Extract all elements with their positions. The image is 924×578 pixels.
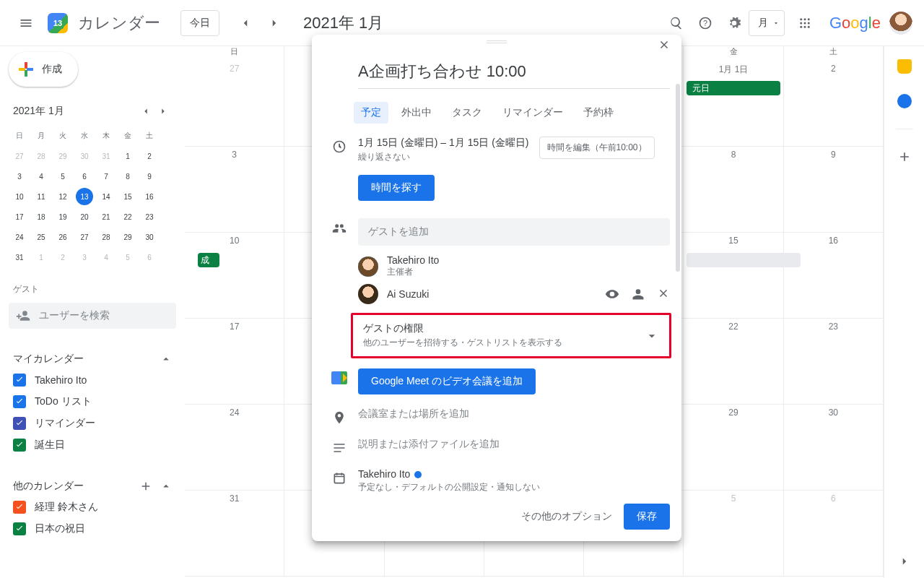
mini-day[interactable]: 31 [9, 247, 30, 267]
event-chip[interactable]: 元日 [687, 81, 780, 95]
mini-next-button[interactable] [154, 103, 172, 120]
day-cell[interactable]: 1月 1日元日 [684, 61, 783, 147]
calendar-item[interactable]: 経理 鈴木さん [9, 496, 176, 518]
event-type-tab[interactable]: リマインダー [495, 102, 570, 124]
event-type-tab[interactable]: 予定 [354, 102, 388, 124]
checkbox-icon[interactable] [13, 439, 26, 452]
event-title-input[interactable]: A企画打ち合わせ 10:00 [358, 58, 670, 89]
find-time-button[interactable]: 時間を探す [358, 175, 435, 201]
mini-day[interactable]: 29 [52, 146, 74, 166]
addons-icon[interactable] [897, 150, 912, 164]
mini-day[interactable]: 30 [139, 227, 160, 247]
calendar-item[interactable]: ToDo リスト [9, 391, 176, 413]
mini-day[interactable]: 1 [30, 247, 52, 267]
mini-day[interactable]: 11 [30, 186, 52, 207]
day-cell[interactable]: 17 [185, 319, 284, 405]
remove-guest-icon[interactable] [657, 287, 670, 301]
edit-time-button[interactable]: 時間を編集（午前10:00） [539, 137, 655, 159]
mini-day[interactable]: 18 [30, 207, 52, 227]
add-guest-input[interactable]: ゲストを追加 [358, 218, 670, 246]
day-cell[interactable]: 5 [684, 491, 783, 577]
day-cell[interactable]: 10 [185, 233, 284, 319]
add-location-input[interactable]: 会議室または場所を追加 [358, 407, 670, 420]
guest-permissions-toggle[interactable]: ゲストの権限他のユーザーを招待する・ゲストリストを表示する [351, 313, 671, 358]
mini-day[interactable]: 31 [95, 146, 117, 166]
menu-icon[interactable] [12, 9, 40, 38]
day-cell[interactable]: 30 [784, 405, 884, 491]
calendar-item[interactable]: 誕生日 [9, 434, 176, 456]
mini-day[interactable]: 3 [9, 166, 30, 186]
mini-day[interactable]: 6 [74, 166, 95, 186]
mini-day[interactable]: 4 [95, 247, 117, 267]
mini-day[interactable]: 27 [74, 227, 95, 247]
close-button[interactable] [653, 33, 676, 56]
day-cell[interactable]: 24 [185, 405, 284, 491]
mini-day[interactable]: 28 [95, 227, 117, 247]
add-icon[interactable] [136, 476, 156, 496]
help-icon[interactable]: ? [691, 9, 720, 38]
checkbox-icon[interactable] [13, 522, 26, 535]
prev-month-button[interactable] [231, 9, 260, 38]
day-cell[interactable]: 29 [684, 405, 783, 491]
day-cell[interactable]: 2 [784, 61, 884, 147]
event-type-tab[interactable]: タスク [445, 102, 489, 124]
mini-day[interactable]: 2 [139, 146, 160, 166]
tasks-icon[interactable] [897, 94, 912, 108]
mini-calendar[interactable]: 日月火水木金土272829303112345678910111213141516… [9, 126, 176, 267]
mini-day[interactable]: 3 [74, 247, 95, 267]
more-options-button[interactable]: その他のオプション [521, 510, 612, 523]
mini-day[interactable]: 10 [9, 186, 30, 207]
calendar-item[interactable]: リマインダー [9, 413, 176, 434]
mini-day[interactable]: 5 [117, 247, 139, 267]
hide-panel-button[interactable] [898, 555, 911, 568]
event-owner[interactable]: Takehiro Ito [358, 468, 670, 480]
day-cell[interactable]: 16 [784, 233, 884, 319]
other-calendars-header[interactable]: 他のカレンダー [9, 476, 176, 496]
mini-day[interactable]: 4 [30, 166, 52, 186]
mini-day[interactable]: 30 [74, 146, 95, 166]
day-cell[interactable]: 9 [784, 147, 884, 233]
day-cell[interactable]: 8 [684, 147, 783, 233]
event-chip[interactable]: 成 [198, 253, 219, 267]
mini-day[interactable]: 8 [117, 166, 139, 186]
checkbox-icon[interactable] [13, 501, 26, 514]
calendar-item[interactable]: 日本の祝日 [9, 518, 176, 540]
mini-day[interactable]: 21 [95, 207, 117, 227]
day-cell[interactable]: 6 [784, 491, 884, 577]
optional-icon[interactable] [631, 287, 645, 301]
view-dropdown[interactable]: 月 [749, 10, 785, 36]
mini-day[interactable]: 13 [76, 188, 93, 205]
mini-day[interactable]: 5 [52, 166, 74, 186]
account-avatar[interactable] [889, 12, 912, 35]
calendar-item[interactable]: Takehiro Ito [9, 369, 176, 391]
event-date-range[interactable]: 1月 15日 (金曜日) – 1月 15日 (金曜日) [358, 137, 529, 150]
create-button[interactable]: 作成 [9, 52, 78, 87]
mini-day[interactable]: 20 [74, 207, 95, 227]
mini-day[interactable]: 6 [139, 247, 160, 267]
mini-day[interactable]: 16 [139, 186, 160, 207]
mini-day[interactable]: 7 [95, 166, 117, 186]
my-calendars-header[interactable]: マイカレンダー [9, 349, 176, 369]
day-cell[interactable]: 3 [185, 147, 284, 233]
day-cell[interactable]: 15 [684, 233, 783, 319]
mini-day[interactable]: 19 [52, 207, 74, 227]
mini-day[interactable]: 26 [52, 227, 74, 247]
checkbox-icon[interactable] [13, 374, 26, 387]
mini-day[interactable]: 2 [52, 247, 74, 267]
save-button[interactable]: 保存 [624, 504, 670, 530]
settings-icon[interactable] [720, 9, 749, 38]
mini-day[interactable]: 25 [30, 227, 52, 247]
add-description-input[interactable]: 説明または添付ファイルを追加 [358, 438, 670, 451]
day-cell[interactable]: 23 [784, 319, 884, 405]
today-button[interactable]: 今日 [180, 10, 219, 36]
mini-prev-button[interactable] [137, 103, 154, 120]
mini-day[interactable]: 24 [9, 227, 30, 247]
add-meet-button[interactable]: Google Meet のビデオ会議を追加 [358, 368, 536, 394]
mini-day[interactable]: 9 [139, 166, 160, 186]
day-cell[interactable]: 31 [185, 491, 284, 577]
google-apps-icon[interactable] [790, 9, 819, 38]
mini-day[interactable]: 1 [117, 146, 139, 166]
visibility-icon[interactable] [605, 287, 619, 301]
event-type-tab[interactable]: 外出中 [394, 102, 439, 124]
day-cell[interactable]: 22 [684, 319, 783, 405]
